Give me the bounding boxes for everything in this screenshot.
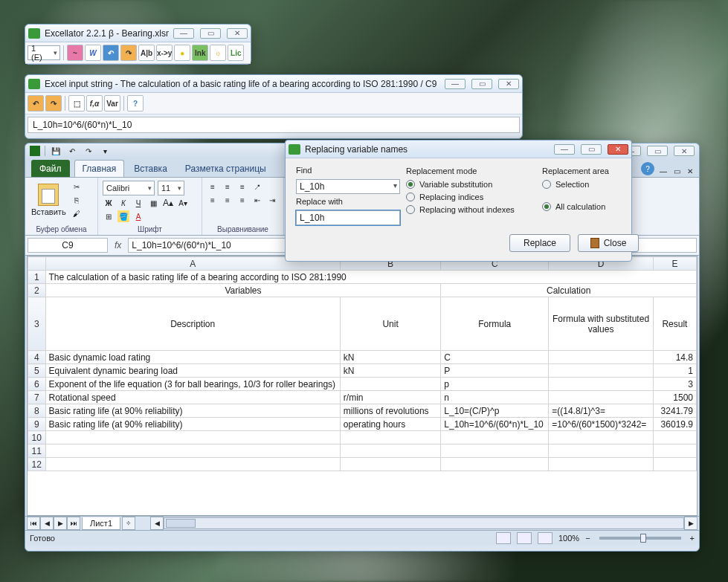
cell[interactable]: Basic rating life (at 90% reliability) <box>45 404 340 418</box>
cell[interactable]: 36019.9 <box>653 418 696 431</box>
sheet-tab[interactable]: Лист1 <box>82 517 120 530</box>
close-button[interactable]: ✕ <box>227 28 248 39</box>
mdi-restore[interactable]: ▭ <box>671 165 683 177</box>
align-top-button[interactable]: ≡ <box>207 181 219 193</box>
bold-button[interactable]: Ж <box>103 197 115 209</box>
row-header[interactable]: 12 <box>28 458 46 471</box>
horizontal-scrollbar[interactable]: ◀ ▶ <box>150 517 698 530</box>
minimize-button[interactable]: — <box>173 28 194 39</box>
maximize-button[interactable]: ▭ <box>471 79 492 89</box>
tab-layout[interactable]: Разметка страницы <box>177 160 274 177</box>
cell[interactable]: C <box>441 351 549 364</box>
cell[interactable]: Result <box>653 297 696 351</box>
cell[interactable]: The calculation of a basic rating life o… <box>45 271 696 284</box>
qat-more-icon[interactable]: ▾ <box>99 145 111 157</box>
cell[interactable]: =10^6/(60*1500)*3242= <box>549 418 654 431</box>
excellator-titlebar[interactable]: Excellator 2.2.1 β - Bearing.xlsm — ▭ ✕ <box>25 25 251 42</box>
row-header[interactable]: 4 <box>28 351 46 364</box>
find-input[interactable]: L_10h <box>296 179 400 194</box>
cell[interactable] <box>441 431 549 444</box>
tab-nav-first[interactable]: ⏮ <box>27 517 40 530</box>
cell[interactable] <box>45 458 340 471</box>
view-normal-button[interactable] <box>496 532 511 544</box>
input-titlebar[interactable]: Excel input string - The calculation of … <box>25 75 522 93</box>
row-header[interactable]: 1 <box>28 271 46 284</box>
minimize-button[interactable]: — <box>445 79 466 89</box>
increase-indent-button[interactable]: ⇥ <box>266 194 278 206</box>
mode-replacing-indices[interactable]: Replacing indices <box>406 193 536 201</box>
cell[interactable]: 1 <box>653 364 696 378</box>
save-icon[interactable]: 💾 <box>50 145 62 157</box>
row-header[interactable]: 6 <box>28 378 46 391</box>
border-button[interactable]: ▦ <box>147 197 159 209</box>
cell[interactable] <box>549 378 654 391</box>
minimize-button[interactable]: — <box>554 144 575 155</box>
cell[interactable] <box>549 444 654 458</box>
mdi-minimize[interactable]: — <box>657 165 669 177</box>
align-left-button[interactable]: ≡ <box>207 194 219 206</box>
chart-icon[interactable]: ~ <box>67 45 83 61</box>
cell[interactable]: Variables <box>45 284 441 297</box>
cell[interactable] <box>340 444 441 458</box>
cell[interactable]: Equivalent dynamic bearing load <box>45 364 340 378</box>
row-header[interactable]: 10 <box>28 431 46 444</box>
cell[interactable] <box>340 458 441 471</box>
cell[interactable] <box>340 431 441 444</box>
cell[interactable] <box>653 444 696 458</box>
cell[interactable] <box>653 458 696 471</box>
row-header[interactable]: 8 <box>28 404 46 418</box>
cell[interactable]: operating hours <box>340 418 441 431</box>
cell[interactable] <box>549 458 654 471</box>
fa-button[interactable]: f,α <box>86 95 103 111</box>
italic-button[interactable]: К <box>117 197 129 209</box>
mdi-close[interactable]: ✕ <box>684 165 696 177</box>
worksheet[interactable]: A B C D E 1 The calculation of a basic r… <box>27 256 698 516</box>
undo-button[interactable]: ↶ <box>28 95 44 111</box>
replace-button[interactable]: Replace <box>509 234 570 252</box>
paste-button[interactable]: Вставить <box>30 182 68 218</box>
w-button[interactable]: W <box>85 45 101 61</box>
help-icon[interactable]: ? <box>641 162 654 175</box>
scroll-thumb[interactable] <box>166 519 196 528</box>
cell[interactable]: kN <box>340 351 441 364</box>
tab-file[interactable]: Файл <box>31 160 70 177</box>
maximize-button[interactable]: ▭ <box>581 144 602 155</box>
row-header[interactable]: 9 <box>28 418 46 431</box>
align-middle-button[interactable]: ≡ <box>222 181 233 193</box>
name-box[interactable]: C9 <box>28 238 108 253</box>
zoom-out-button[interactable]: − <box>585 534 590 543</box>
format-painter-icon[interactable]: 🖌 <box>71 207 83 219</box>
align-right-button[interactable]: ≡ <box>236 194 248 206</box>
row-header[interactable]: 3 <box>28 297 46 351</box>
cell[interactable]: Unit <box>340 297 441 351</box>
tab-nav-last[interactable]: ⏭ <box>67 517 80 530</box>
cell[interactable]: Description <box>45 297 340 351</box>
decrease-indent-button[interactable]: ⇤ <box>251 194 263 206</box>
shrink-font-button[interactable]: A▾ <box>177 197 189 209</box>
dot-button[interactable]: ● <box>174 45 190 61</box>
cell[interactable] <box>45 431 340 444</box>
zoom-slider[interactable] <box>599 537 681 540</box>
fill-color-button[interactable]: 🪣 <box>117 210 129 222</box>
redo-button[interactable]: ↷ <box>45 95 62 111</box>
font-color-button[interactable]: A <box>132 210 144 222</box>
scroll-right[interactable]: ▶ <box>684 517 698 530</box>
cell[interactable]: =((14.8/1)^3= <box>549 404 654 418</box>
xy-button[interactable]: x->y <box>156 45 173 61</box>
cell[interactable] <box>653 431 696 444</box>
row-header[interactable]: 7 <box>28 391 46 404</box>
star-button[interactable]: ☼ <box>210 45 226 61</box>
align-center-button[interactable]: ≡ <box>222 194 233 206</box>
link-button[interactable]: lnk <box>192 45 208 61</box>
close-button[interactable]: ✕ <box>498 79 519 89</box>
replace-input[interactable]: L_10h <box>296 210 400 225</box>
tab-home[interactable]: Главная <box>74 160 125 177</box>
redo-button[interactable]: ↷ <box>120 45 137 61</box>
insert-icon[interactable]: ⬚ <box>68 95 85 111</box>
help-button[interactable]: ? <box>127 95 144 111</box>
close-button[interactable]: ✕ <box>608 144 628 155</box>
mode-replacing-without-indexes[interactable]: Replacing without indexes <box>406 205 536 214</box>
cell[interactable]: 1500 <box>653 391 696 404</box>
cell[interactable]: Formula with substituted values <box>549 297 654 351</box>
maximize-button[interactable]: ▭ <box>647 146 668 156</box>
